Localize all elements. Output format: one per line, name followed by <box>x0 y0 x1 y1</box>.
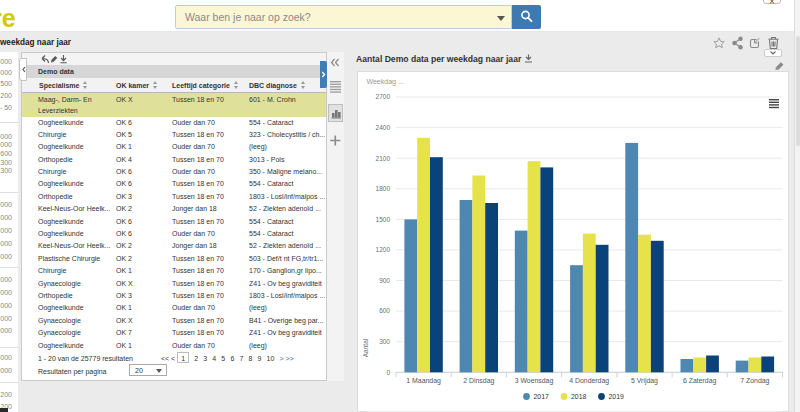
svg-text:2 Dinsdag: 2 Dinsdag <box>463 376 494 384</box>
svg-text:1200: 1200 <box>375 246 390 253</box>
svg-text:Aantal: Aantal <box>362 338 369 357</box>
svg-text:2019: 2019 <box>608 393 623 400</box>
svg-text:2700: 2700 <box>375 93 390 100</box>
svg-text:1800: 1800 <box>375 185 390 192</box>
svg-text:300: 300 <box>379 338 390 345</box>
svg-text:900: 900 <box>379 276 390 283</box>
svg-text:2017: 2017 <box>533 393 548 400</box>
svg-text:600: 600 <box>379 307 390 314</box>
svg-text:2100: 2100 <box>375 154 390 161</box>
svg-text:0: 0 <box>386 368 390 375</box>
svg-text:7 Zondag: 7 Zondag <box>740 376 769 384</box>
svg-text:5 Vrijdag: 5 Vrijdag <box>631 376 658 384</box>
svg-text:1 Maandag: 1 Maandag <box>406 376 441 384</box>
svg-text:4 Donderdag: 4 Donderdag <box>569 376 609 384</box>
svg-text:1500: 1500 <box>375 215 390 222</box>
svg-text:3 Woensdag: 3 Woensdag <box>514 376 553 384</box>
svg-text:2400: 2400 <box>375 123 390 130</box>
svg-text:6 Zaterdag: 6 Zaterdag <box>683 376 716 384</box>
svg-text:2018: 2018 <box>571 393 586 400</box>
